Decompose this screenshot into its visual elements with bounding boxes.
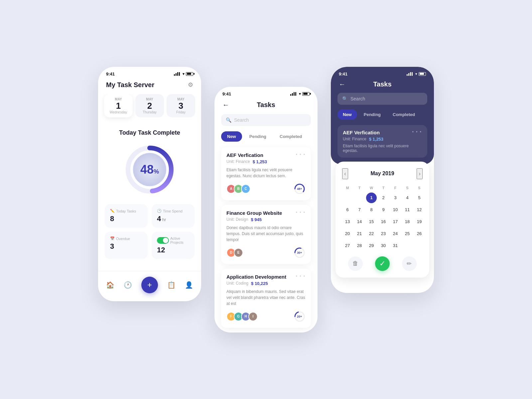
task-footer-2: D E 30+	[226, 247, 306, 259]
cal-day-24[interactable]: 24	[390, 228, 401, 239]
search-placeholder-2: Search	[234, 117, 249, 123]
back-button-2[interactable]: ←	[222, 101, 229, 109]
cal-day-13[interactable]: 13	[342, 216, 353, 227]
back-button-3[interactable]: ←	[339, 80, 345, 88]
cal-day-6[interactable]: 6	[342, 204, 353, 215]
calendar-confirm-button[interactable]: ✓	[375, 256, 390, 271]
cal-day-25[interactable]: 25	[402, 228, 413, 239]
cal-day-20[interactable]: 20	[342, 228, 353, 239]
p3-task-more[interactable]: • • •	[412, 130, 422, 135]
status-icons-1: ▾	[174, 72, 193, 76]
p3-peek-task[interactable]: AEF Verfication • • • Unit: Finance $ 1,…	[337, 125, 427, 158]
date-day-2: Thursday	[138, 110, 161, 114]
tasks-title-2: Tasks	[257, 101, 275, 109]
cal-day-12[interactable]: 12	[414, 204, 425, 215]
cal-day-4[interactable]: 4	[402, 193, 413, 203]
nav-docs-icon[interactable]: 📋	[167, 281, 176, 289]
stats-row-1: ✏️ Today Tasks 8 🕐 Time Spend 4 hr	[105, 204, 195, 228]
cal-day-16[interactable]: 16	[378, 216, 389, 227]
task-avatars-1: A B C	[226, 184, 250, 194]
cal-day-14[interactable]: 14	[354, 216, 365, 227]
date-card-3[interactable]: MAY 3 Friday	[167, 94, 195, 118]
cal-day-27[interactable]: 27	[342, 240, 353, 251]
p3-tab-pending[interactable]: Pending	[358, 109, 386, 120]
cal-day-17[interactable]: 17	[390, 216, 401, 227]
cal-day-2[interactable]: 2	[378, 193, 389, 203]
cal-day-22[interactable]: 22	[366, 228, 377, 239]
cal-day-8[interactable]: 8	[366, 204, 377, 215]
task-more-1[interactable]: • • •	[296, 152, 306, 157]
task-unit-3: Unit: Coding	[226, 281, 248, 286]
nav-clock-icon[interactable]: 🕐	[124, 281, 132, 289]
cal-day-10[interactable]: 10	[390, 204, 401, 215]
task-card-1[interactable]: AEF Verfication • • • Unit: Finance $ 1,…	[221, 147, 311, 200]
cal-header-f: F	[390, 185, 401, 191]
task-card-2[interactable]: Finance Group Website • • • Unit: Design…	[221, 205, 311, 264]
tab-new-2[interactable]: New	[221, 131, 242, 142]
p3-search-bar[interactable]: 🔍 Search	[337, 93, 427, 105]
task-more-3[interactable]: • • •	[296, 274, 306, 279]
nav-home-icon[interactable]: 🏠	[106, 281, 114, 289]
tab-pending-2[interactable]: Pending	[243, 131, 272, 142]
cal-day-5[interactable]: 5	[414, 193, 425, 203]
signal-bar-3	[177, 72, 178, 76]
stats-row-2: 📅 Overdue 3 Active Projects 12	[105, 232, 195, 259]
battery-icon-1	[186, 72, 193, 76]
cal-day-23[interactable]: 23	[378, 228, 389, 239]
avatar-1-3: C	[241, 184, 250, 194]
calendar-card: ‹ May 2019 › M T W T F S S 1 2 3 4	[335, 162, 429, 278]
nav-profile-icon[interactable]: 👤	[185, 281, 193, 289]
date-card-2[interactable]: MAY 2 Thursday	[135, 94, 164, 118]
progress-ring-1: 48+	[294, 183, 306, 195]
search-bar-2[interactable]: 🔍 Search	[221, 114, 311, 126]
date-card-1[interactable]: MAY 1 Wednesday	[104, 94, 133, 118]
cal-empty-3	[402, 240, 413, 251]
bottom-nav: 🏠 🕐 + 📋 👤	[98, 271, 201, 301]
wifi-icon-1: ▾	[183, 72, 185, 76]
cal-day-19[interactable]: 19	[414, 216, 425, 227]
cal-day-21[interactable]: 21	[354, 228, 365, 239]
calendar-grid: M T W T F S S 1 2 3 4 5 6 7 8 9 10	[342, 185, 423, 251]
date-row: MAY 1 Wednesday MAY 2 Thursday MAY 3 Fri…	[98, 94, 201, 124]
settings-icon[interactable]: ⚙	[188, 81, 193, 88]
active-toggle[interactable]	[157, 237, 169, 244]
avatar-3-4: I	[248, 312, 258, 321]
cal-day-18[interactable]: 18	[402, 216, 413, 227]
cal-day-26[interactable]: 26	[414, 228, 425, 239]
task-more-2[interactable]: • • •	[296, 210, 306, 215]
cal-day-7[interactable]: 7	[354, 204, 365, 215]
donut-container: 48%	[105, 143, 195, 196]
date-num-1: 1	[107, 101, 130, 111]
donut-symbol: %	[154, 168, 159, 175]
cal-day-11[interactable]: 11	[402, 204, 413, 215]
task-card-3[interactable]: Application Development • • • Unit: Codi…	[221, 269, 311, 328]
cal-day-1[interactable]: 1	[366, 193, 377, 203]
task-unit-2: Unit: Design	[226, 217, 248, 222]
p3-tab-completed[interactable]: Completed	[387, 109, 420, 120]
calendar-edit-button[interactable]: ✏	[402, 256, 417, 271]
task-desc-1: Etiam facilisis ligula nec velit posuere…	[226, 167, 306, 179]
search-icon-2: 🔍	[226, 117, 231, 123]
date-day-3: Friday	[169, 110, 193, 114]
donut-percent: 48	[140, 163, 154, 176]
cal-header-w: W	[366, 185, 377, 191]
cal-day-3[interactable]: 3	[390, 193, 401, 203]
p3-tab-new[interactable]: New	[337, 109, 357, 120]
status-time-3: 9:41	[339, 71, 347, 76]
cal-day-29[interactable]: 29	[366, 240, 377, 251]
calendar-prev-button[interactable]: ‹	[342, 168, 348, 179]
tab-completed-2[interactable]: Completed	[274, 131, 308, 142]
calendar-delete-button[interactable]: 🗑	[348, 256, 363, 271]
calendar-next-button[interactable]: ›	[417, 168, 423, 179]
cal-day-15[interactable]: 15	[366, 216, 377, 227]
cal-day-31[interactable]: 31	[390, 240, 401, 251]
task-complete-section: Today Task Complete	[98, 124, 201, 268]
cal-day-30[interactable]: 30	[378, 240, 389, 251]
screen-container: 9:41 ▾ My Task Server ⚙ MAY	[71, 47, 461, 352]
cal-day-9[interactable]: 9	[378, 204, 389, 215]
nav-add-button[interactable]: +	[141, 277, 158, 293]
cal-day-28[interactable]: 28	[354, 240, 365, 251]
task-unit-1: Unit: Finance	[226, 159, 250, 164]
task-price-1: $ 1,253	[253, 159, 267, 164]
p2-header: ← Tasks	[214, 98, 318, 114]
